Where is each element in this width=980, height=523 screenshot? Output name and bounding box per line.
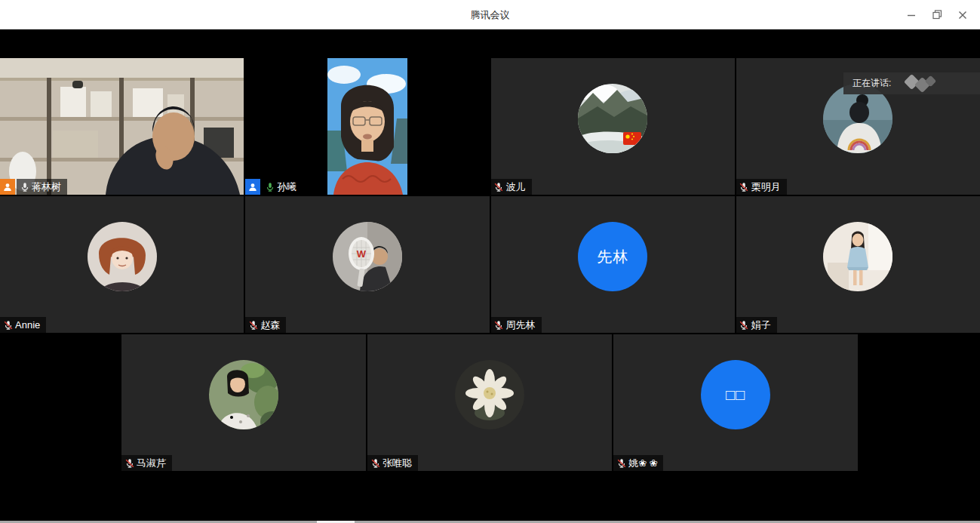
- restore-icon: [932, 10, 942, 20]
- host-badge: [0, 179, 15, 195]
- participant-name: 娟子: [751, 318, 771, 332]
- name-tag: 栗明月: [736, 179, 787, 195]
- speaker-avatar-diamonds-icon: [902, 72, 944, 94]
- avatar-initials: 先林: [578, 222, 647, 291]
- meeting-window: 腾讯会议: [0, 0, 980, 523]
- name-tag: 娟子: [736, 317, 777, 333]
- close-icon: [958, 11, 967, 20]
- avatar-photo-mountain: [578, 84, 647, 153]
- avatar-photo-woman-plants: [209, 360, 278, 429]
- avatar-initials-text: □□: [726, 386, 745, 404]
- mic-muted-icon: [124, 457, 135, 469]
- participant-tile-zhangweicong[interactable]: 张唯聪: [367, 334, 612, 471]
- mic-muted-icon: [370, 457, 381, 469]
- person-icon: [2, 182, 13, 192]
- participant-name: 张唯聪: [382, 457, 412, 470]
- minimize-button[interactable]: [899, 4, 924, 26]
- mic-muted-icon: [493, 181, 505, 192]
- close-button[interactable]: [950, 4, 975, 26]
- video-frame-bookshelf-man: [0, 58, 244, 195]
- avatar-initials: □□: [701, 360, 770, 429]
- titlebar[interactable]: 腾讯会议: [0, 0, 980, 29]
- participant-tile-annie[interactable]: Annie: [0, 196, 244, 333]
- name-tag: 姚❀ ❀: [613, 455, 663, 471]
- participant-name: Annie: [15, 319, 40, 331]
- name-tag: 周先林: [491, 317, 542, 333]
- name-tag: 张唯聪: [367, 455, 418, 471]
- mic-muted-icon: [739, 319, 750, 331]
- avatar-photo-tennis-racket: W: [333, 222, 402, 291]
- participant-tile-mashuqin[interactable]: 马淑芹: [121, 334, 366, 471]
- participant-tile-zhaomiao[interactable]: W 赵森: [245, 196, 489, 333]
- restore-button[interactable]: [924, 4, 950, 26]
- mic-muted-icon: [739, 181, 750, 192]
- participant-tile-yao[interactable]: □□ 姚❀ ❀: [613, 334, 858, 471]
- mic-active-icon: [264, 181, 275, 192]
- name-tag: 波儿: [491, 179, 532, 195]
- video-grid-row-3: 马淑芹: [121, 334, 858, 471]
- participant-name: 栗明月: [751, 180, 781, 194]
- participant-name: 孙曦: [277, 180, 296, 194]
- avatar-initials-text: 先林: [597, 247, 628, 267]
- participant-tile-sunxi[interactable]: 孙曦: [245, 58, 489, 195]
- name-tag: 赵森: [245, 317, 286, 333]
- video-grid-row-1: 蒋林树: [0, 58, 980, 195]
- mic-muted-icon: [616, 457, 627, 469]
- speaking-indicator: 正在讲话:: [843, 72, 980, 94]
- window-title: 腾讯会议: [0, 0, 980, 29]
- mic-muted-icon: [2, 319, 14, 331]
- svg-text:W: W: [357, 248, 367, 260]
- participant-tile-zhouxianlin[interactable]: 先林 周先林: [491, 196, 735, 333]
- participant-name: 姚❀ ❀: [628, 457, 657, 470]
- participant-tile-boer[interactable]: 波儿: [491, 58, 735, 195]
- name-tag: 孙曦: [262, 179, 303, 195]
- minimize-icon: [907, 11, 916, 20]
- participant-name: 赵森: [260, 318, 280, 332]
- speaking-label: 正在讲话:: [853, 77, 891, 90]
- participant-tile-juanzi[interactable]: 娟子: [736, 196, 980, 333]
- mic-on-icon: [19, 181, 30, 192]
- participant-tile-jianglinshu[interactable]: 蒋林树: [0, 58, 244, 195]
- avatar-photo-redhead-woman: [88, 222, 157, 291]
- video-grid-row-2: Annie W: [0, 196, 980, 333]
- participant-name: 周先林: [506, 318, 536, 332]
- video-frame-portrait-woman: [327, 58, 407, 195]
- name-tag: Annie: [0, 317, 46, 333]
- participant-name: 马淑芹: [137, 457, 166, 470]
- name-tag: 蒋林树: [17, 179, 67, 195]
- window-controls: [899, 0, 975, 29]
- mic-muted-icon: [247, 319, 259, 331]
- self-badge: [245, 179, 260, 195]
- avatar-photo-white-flower: [455, 360, 524, 429]
- person-icon: [247, 182, 258, 192]
- avatar-photo-blue-dress: [823, 222, 892, 291]
- name-tag: 马淑芹: [121, 455, 172, 471]
- mic-muted-icon: [493, 319, 505, 331]
- participant-name: 波儿: [506, 180, 526, 194]
- participant-name: 蒋林树: [32, 180, 61, 194]
